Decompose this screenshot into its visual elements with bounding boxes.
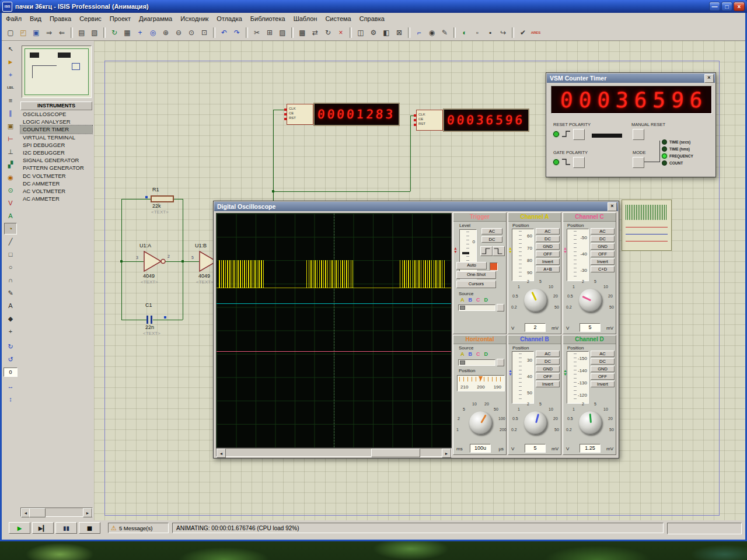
- menu-item[interactable]: Сервис: [75, 15, 106, 22]
- voltage-probe-tool[interactable]: V: [4, 197, 17, 209]
- close-icon[interactable]: ×: [608, 202, 617, 211]
- oscilloscope-titlebar[interactable]: Digital Oscilloscope ×: [214, 202, 618, 211]
- channel-coupling-button[interactable]: Invert: [536, 258, 560, 265]
- packaging-tool[interactable]: ◧: [381, 27, 392, 38]
- copy[interactable]: ⊞: [264, 27, 275, 38]
- source-channel-letter[interactable]: A: [460, 351, 465, 357]
- arc-2d-tool[interactable]: ∩: [4, 274, 17, 286]
- counter2-display[interactable]: 00036596: [443, 108, 529, 132]
- channel-b-position-marker[interactable]: ▲▼: [508, 369, 512, 376]
- menu-item[interactable]: Шаблон: [289, 15, 322, 22]
- channel-coupling-button[interactable]: Invert: [591, 381, 615, 387]
- goto-sheet[interactable]: ↪: [497, 27, 509, 38]
- menu-item[interactable]: Отладка: [212, 15, 246, 22]
- wire-segment[interactable]: [183, 199, 183, 320]
- instrument-item[interactable]: AC VOLTMETER: [20, 187, 92, 195]
- channel-coupling-button[interactable]: GND: [536, 243, 560, 250]
- trigger-one-shot-button[interactable]: One-Shot: [456, 271, 496, 279]
- pause-button[interactable]: ▮▮: [55, 522, 77, 534]
- channel-coupling-button[interactable]: GND: [536, 366, 560, 372]
- channel-d-gain-knob[interactable]: [579, 411, 602, 435]
- electrical-rule-check[interactable]: ✔: [517, 27, 529, 38]
- trigger-source-box[interactable]: [497, 304, 504, 312]
- text-2d-tool[interactable]: A: [4, 300, 17, 312]
- channel-d-position-marker[interactable]: ▲▼: [563, 369, 567, 376]
- counter-timer-titlebar[interactable]: VSM Counter Timer ×: [547, 74, 715, 83]
- new-design[interactable]: ▢: [5, 27, 16, 38]
- redo[interactable]: ↷: [231, 27, 243, 38]
- source-channel-letter[interactable]: C: [476, 351, 480, 357]
- horizontal-position-slider[interactable]: 210200190: [457, 375, 505, 391]
- separator[interactable]: [103, 27, 106, 38]
- wire-segment[interactable]: [121, 261, 144, 262]
- channel-a-position-slider[interactable]: 60708090: [512, 229, 534, 281]
- channel-coupling-button[interactable]: AC: [536, 228, 560, 235]
- separator[interactable]: [408, 27, 410, 38]
- rotate-clockwise[interactable]: ↻: [4, 341, 17, 352]
- bus-tool[interactable]: ∥: [4, 107, 17, 119]
- path-2d-tool[interactable]: ✎: [4, 287, 17, 299]
- instrument-item[interactable]: VIRTUAL TERMINAL: [20, 134, 92, 141]
- play-button[interactable]: ▶: [9, 522, 30, 534]
- channel-c-position-marker[interactable]: ▲▼: [563, 247, 567, 254]
- channel-coupling-button[interactable]: DC: [536, 236, 560, 242]
- tape-recorder-tool[interactable]: ◉: [4, 172, 17, 183]
- mode-option[interactable]: COUNT: [662, 159, 712, 166]
- separator[interactable]: [453, 27, 456, 38]
- mark-output-area[interactable]: ▧: [89, 27, 100, 38]
- gate-polarity-button[interactable]: [573, 157, 585, 168]
- channel-coupling-button[interactable]: DC: [591, 236, 615, 242]
- wire-segment[interactable]: [121, 199, 151, 200]
- make-device[interactable]: ⚙: [368, 27, 379, 38]
- mirror-vertical[interactable]: ↕: [4, 393, 17, 405]
- block-delete[interactable]: ×: [335, 27, 347, 38]
- instrument-item[interactable]: AC AMMETER: [20, 195, 92, 202]
- source-channel-letter[interactable]: C: [476, 297, 480, 303]
- decompose[interactable]: ⊠: [393, 27, 405, 38]
- scrollbar-thumb[interactable]: [371, 449, 420, 457]
- mirror-horizontal[interactable]: ↔: [4, 380, 17, 392]
- manual-reset-button[interactable]: [633, 129, 644, 140]
- trigger-ac-button[interactable]: AC: [481, 228, 502, 235]
- separator[interactable]: [213, 27, 215, 38]
- export-section[interactable]: ⇐: [56, 27, 68, 38]
- instrument-item[interactable]: DC VOLTMETER: [20, 172, 92, 180]
- instrument-item[interactable]: PATTERN GENERATOR: [20, 164, 92, 172]
- center-at-cursor[interactable]: ◎: [147, 27, 159, 38]
- scroll-left-icon[interactable]: ◄: [217, 449, 226, 458]
- instrument-item[interactable]: COUNTER TIMER: [20, 125, 92, 133]
- undo[interactable]: ↶: [218, 27, 230, 38]
- channel-c-gain-knob[interactable]: [579, 289, 602, 312]
- source-channel-letter[interactable]: B: [469, 351, 473, 357]
- overview-pane[interactable]: [22, 46, 92, 98]
- terminal-tool[interactable]: ⊢: [4, 133, 17, 145]
- screen-scrollbar[interactable]: ◄ ►: [216, 448, 452, 457]
- title-bar[interactable]: ISIS пачки 36кгц - ISIS Professional (Ан…: [0, 0, 747, 13]
- zoom-out[interactable]: ⊖: [173, 27, 184, 38]
- wire-autorouter[interactable]: ⌐: [413, 27, 425, 38]
- menu-item[interactable]: Проект: [106, 15, 135, 22]
- menu-item[interactable]: Библиотека: [246, 15, 289, 22]
- stop-button[interactable]: ■: [79, 522, 100, 534]
- instruments-tool[interactable]: ◔: [4, 223, 17, 235]
- inverter-u1a[interactable]: [144, 251, 167, 272]
- separator[interactable]: [512, 27, 514, 38]
- channel-b-gain-knob[interactable]: [524, 411, 547, 435]
- channel-a-position-marker[interactable]: ▲▼: [508, 247, 512, 254]
- channel-a-gain-knob[interactable]: [524, 289, 547, 312]
- horizontal-source-box[interactable]: [497, 359, 504, 366]
- separator[interactable]: [350, 27, 352, 38]
- channel-coupling-button[interactable]: AC: [536, 351, 560, 357]
- text-script-tool[interactable]: ≡: [4, 94, 17, 106]
- instrument-item[interactable]: OSCILLOSCOPE: [20, 110, 92, 118]
- message-area[interactable]: ⚠ 5 Message(s): [108, 523, 169, 533]
- channel-coupling-button[interactable]: AC: [591, 228, 615, 235]
- horizontal-source-slider[interactable]: [458, 359, 495, 366]
- zoom-in[interactable]: ⊕: [160, 27, 172, 38]
- separator[interactable]: [71, 27, 73, 38]
- device-pin-tool[interactable]: ⊥: [4, 146, 17, 158]
- marker-2d-tool[interactable]: +: [4, 326, 17, 337]
- symbol-2d-tool[interactable]: ◆: [4, 313, 17, 324]
- menu-item[interactable]: Система: [321, 15, 355, 22]
- selection-tool[interactable]: ↖: [4, 43, 17, 55]
